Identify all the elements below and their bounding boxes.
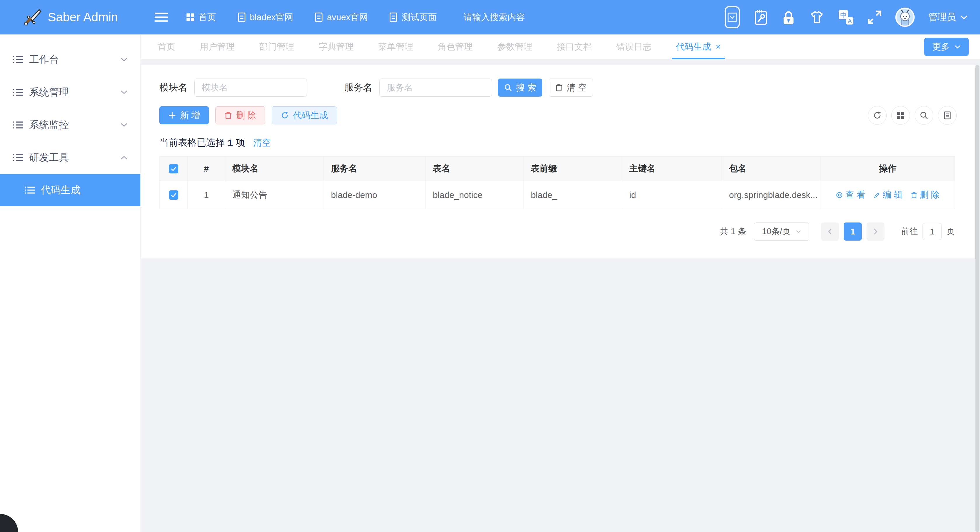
tab-role-management[interactable]: 角色管理 — [438, 35, 473, 59]
hamburger-menu-icon[interactable] — [155, 12, 168, 22]
sidebar-item-label: 系统监控 — [29, 118, 69, 132]
column-header-module: 模块名 — [225, 156, 324, 181]
table-row: 1 通知公告 blade-demo blade_notice blade_ id… — [160, 181, 955, 209]
document-icon — [237, 12, 246, 22]
service-name-input[interactable] — [379, 78, 492, 97]
tab-home[interactable]: 首页 — [158, 35, 175, 59]
trash-icon — [224, 111, 232, 119]
tab-error-log[interactable]: 错误日志 — [616, 35, 651, 59]
header-search-input[interactable] — [463, 12, 589, 22]
chevron-down-icon — [121, 123, 127, 127]
nav-item-label: 测试页面 — [402, 11, 437, 23]
nav-item-avuex[interactable]: avuex官网 — [315, 11, 368, 23]
header-checkbox-cell — [160, 156, 188, 181]
lock-icon[interactable] — [781, 10, 795, 25]
module-name-input[interactable] — [194, 78, 307, 97]
column-header-pk: 主键名 — [622, 156, 722, 181]
more-label: 更多 — [932, 41, 950, 53]
sidebar-item-label: 研发工具 — [29, 151, 69, 164]
add-button-label: 新 增 — [180, 110, 200, 121]
search-icon — [504, 83, 512, 92]
brand-logo: Saber Admin — [0, 0, 141, 35]
current-page-button[interactable]: 1 — [844, 223, 862, 241]
selection-unit: 项 — [236, 136, 245, 149]
tab-user-management[interactable]: 用户管理 — [200, 35, 235, 59]
search-button-label: 搜 索 — [516, 82, 536, 94]
chevron-down-icon — [796, 230, 801, 233]
theme-shirt-icon[interactable] — [809, 11, 825, 24]
page-size-select[interactable]: 10条/页 — [754, 223, 809, 241]
close-icon[interactable]: × — [716, 42, 721, 52]
sidebar-item-system-management[interactable]: 系统管理 — [0, 76, 140, 108]
user-dropdown[interactable]: 管理员 — [928, 11, 968, 24]
selection-info: 当前表格已选择 1 项 清空 — [159, 136, 957, 149]
column-header-service: 服务名 — [324, 156, 426, 181]
collapse-panel-icon[interactable] — [724, 6, 740, 29]
nav-item-label: bladex官网 — [250, 11, 293, 23]
fullscreen-icon[interactable] — [867, 10, 882, 24]
user-name-label: 管理员 — [928, 11, 956, 24]
delete-button[interactable]: 删 除 — [215, 106, 265, 124]
tab-dict-management[interactable]: 字典管理 — [319, 35, 354, 59]
content-card: 模块名 服务名 搜 索 — [141, 65, 975, 258]
goto-page-input[interactable] — [923, 223, 942, 240]
tab-api-docs[interactable]: 接口文档 — [557, 35, 592, 59]
tab-label: 代码生成 — [676, 41, 711, 53]
clear-button[interactable]: 清 空 — [549, 78, 593, 97]
document-icon — [315, 12, 323, 22]
add-button[interactable]: 新 增 — [159, 106, 209, 124]
tab-param-management[interactable]: 参数管理 — [497, 35, 532, 59]
data-table: # 模块名 服务名 表名 表前缀 主键名 包名 操作 1 通知公告 blade-… — [159, 156, 955, 209]
column-header-prefix: 表前缀 — [524, 156, 622, 181]
sidebar-item-workbench[interactable]: 工作台 — [0, 43, 140, 76]
sidebar-item-system-monitor[interactable]: 系统监控 — [0, 108, 140, 141]
table-toolbar — [868, 106, 957, 125]
refresh-icon[interactable] — [868, 106, 887, 125]
delete-link[interactable]: 删 除 — [911, 189, 939, 201]
selection-clear-link[interactable]: 清空 — [253, 137, 271, 149]
tab-menu-management[interactable]: 菜单管理 — [378, 35, 413, 59]
row-checkbox-cell — [160, 181, 188, 209]
nav-item-label: 首页 — [199, 11, 216, 23]
nav-item-label: avuex官网 — [327, 11, 368, 23]
edit-link[interactable]: 编 辑 — [873, 189, 903, 201]
pencil-icon — [873, 191, 880, 199]
sidebar-item-dev-tools[interactable]: 研发工具 — [0, 141, 140, 174]
view-label: 查 看 — [845, 189, 865, 201]
table-header-row: # 模块名 服务名 表名 表前缀 主键名 包名 操作 — [160, 156, 955, 181]
trash-icon — [911, 191, 917, 199]
nav-item-test-page[interactable]: 测试页面 — [389, 11, 437, 23]
codegen-button[interactable]: 代码生成 — [272, 106, 337, 124]
debug-tools-icon[interactable] — [754, 9, 768, 25]
vertical-scrollbar[interactable] — [975, 65, 979, 532]
sidebar-item-code-generation[interactable]: 代码生成 — [0, 174, 140, 206]
header-right: 中 A — [724, 6, 968, 29]
column-settings-icon[interactable] — [891, 106, 910, 125]
row-checkbox[interactable] — [169, 190, 178, 200]
pagination-total: 共 1 条 — [720, 226, 746, 237]
list-view-icon[interactable] — [938, 106, 957, 125]
search-toggle-icon[interactable] — [915, 106, 933, 125]
user-avatar[interactable] — [896, 8, 915, 27]
refresh-icon — [281, 111, 289, 119]
nav-item-home[interactable]: 首页 — [186, 11, 216, 23]
more-button[interactable]: 更多 — [924, 38, 969, 56]
brand-title: Saber Admin — [48, 10, 118, 24]
cell-service: blade-demo — [324, 181, 426, 209]
chevron-down-icon — [121, 57, 127, 62]
plus-icon — [169, 111, 176, 119]
prev-page-button[interactable] — [821, 223, 839, 241]
search-button[interactable]: 搜 索 — [498, 78, 542, 97]
view-link[interactable]: 查 看 — [836, 189, 865, 201]
select-all-checkbox[interactable] — [169, 164, 178, 174]
tab-dept-management[interactable]: 部门管理 — [259, 35, 294, 59]
list-icon — [24, 186, 36, 194]
translate-icon[interactable]: 中 A — [838, 10, 854, 25]
document-icon — [389, 12, 398, 22]
list-icon — [13, 153, 24, 162]
tab-code-generation[interactable]: 代码生成 × — [676, 35, 721, 59]
next-page-button[interactable] — [867, 223, 885, 241]
nav-item-bladex[interactable]: bladex官网 — [237, 11, 293, 23]
trash-icon — [555, 83, 563, 92]
list-icon — [13, 88, 24, 97]
